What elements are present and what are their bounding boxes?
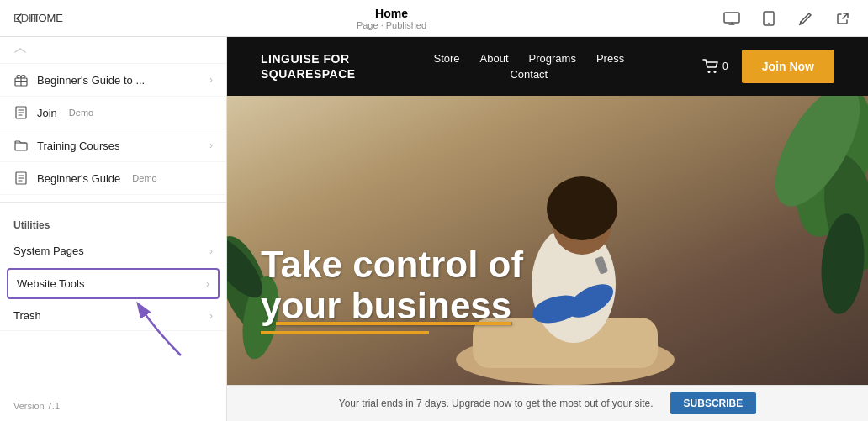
hero-text: Take control of your business (261, 245, 523, 334)
svg-point-8 (708, 71, 711, 73)
utilities-section-title: Utilities (0, 209, 226, 236)
svg-point-9 (714, 71, 717, 73)
version-label: Version 7.1 (0, 391, 226, 421)
page-name: Home (357, 7, 426, 20)
svg-rect-5 (15, 143, 27, 150)
sidebar-item-beginners-guide-2[interactable]: Beginner's Guide Demo (0, 162, 226, 195)
system-pages-label: System Pages (13, 245, 84, 257)
join-demo-badge: Demo (69, 108, 93, 118)
plant-right (759, 96, 868, 331)
svg-rect-0 (724, 13, 739, 23)
edit-label: EDIT (13, 12, 39, 24)
tablet-view-icon[interactable] (757, 7, 781, 30)
page-icon (13, 105, 29, 120)
trial-bar: Your trial ends in 7 days. Upgrade now t… (227, 385, 868, 421)
system-pages-chevron: › (209, 245, 213, 257)
join-now-button[interactable]: Join Now (742, 50, 834, 83)
toolbar-right (720, 7, 855, 30)
nav-contact[interactable]: Contact (510, 68, 548, 81)
sidebar-item-trash[interactable]: Trash › (0, 301, 226, 331)
trash-label: Trash (13, 309, 41, 322)
site-nav-right: 0 Join Now (702, 50, 834, 83)
scroll-hint (0, 37, 226, 64)
nav-press[interactable]: Press (596, 52, 624, 65)
nav-store[interactable]: Store (434, 52, 460, 65)
site-logo: LINGUISE FOR SQUARESPACE (261, 51, 356, 82)
beginners-guide-1-label: Beginner's Guide to ... (37, 74, 145, 87)
hero-line2: your business (261, 286, 523, 326)
sidebar-item-beginners-guide-1[interactable]: Beginner's Guide to ... › (0, 64, 226, 97)
top-bar: HOME EDIT Home Page · Published (0, 0, 868, 37)
training-courses-label: Training Courses (37, 139, 120, 152)
nav-about[interactable]: About (480, 52, 509, 65)
site-nav: LINGUISE FOR SQUARESPACE Store About Pro… (227, 37, 868, 96)
sidebar-item-training-courses[interactable]: Training Courses › (0, 129, 226, 162)
join-label: Join (37, 107, 57, 119)
page-info: Home Page · Published (357, 7, 426, 30)
svg-point-2 (768, 22, 770, 24)
folder-icon (13, 138, 29, 153)
site-hero: Take control of your business (227, 96, 868, 385)
desktop-view-icon[interactable] (720, 7, 744, 30)
nav-programs[interactable]: Programs (529, 52, 576, 65)
website-tools-label: Website Tools (17, 277, 84, 290)
cart-count: 0 (722, 61, 728, 72)
beginners-guide-2-badge: Demo (132, 173, 156, 183)
beginners-guide-2-label: Beginner's Guide (37, 172, 120, 185)
gift-icon (13, 72, 29, 87)
chevron-right-icon: › (209, 74, 213, 86)
main-layout: Beginner's Guide to ... › Join Demo Trai… (0, 37, 868, 421)
preview-area: LINGUISE FOR SQUARESPACE Store About Pro… (227, 37, 868, 421)
sidebar-item-join-demo[interactable]: Join Demo (0, 97, 226, 129)
cart-icon[interactable]: 0 (702, 59, 728, 74)
website-tools-chevron: › (206, 278, 209, 290)
svg-point-24 (567, 178, 597, 208)
hero-underline (261, 331, 429, 334)
chevron-right-2-icon: › (209, 139, 213, 151)
site-nav-links: Store About Programs Press Contact (434, 52, 625, 81)
sidebar: Beginner's Guide to ... › Join Demo Trai… (0, 37, 227, 421)
external-link-icon[interactable] (831, 7, 855, 30)
trial-text: Your trial ends in 7 days. Upgrade now t… (339, 397, 654, 409)
sidebar-item-website-tools[interactable]: Website Tools › (7, 268, 220, 299)
subscribe-button[interactable]: SUBSCRIBE (670, 392, 757, 414)
page-status: Page · Published (357, 20, 426, 30)
hero-line1: Take control of (261, 245, 523, 285)
trash-chevron: › (209, 310, 213, 322)
design-icon[interactable] (794, 7, 818, 30)
sidebar-divider (0, 202, 226, 203)
page-2-icon (13, 171, 29, 186)
sidebar-item-system-pages[interactable]: System Pages › (0, 236, 226, 266)
